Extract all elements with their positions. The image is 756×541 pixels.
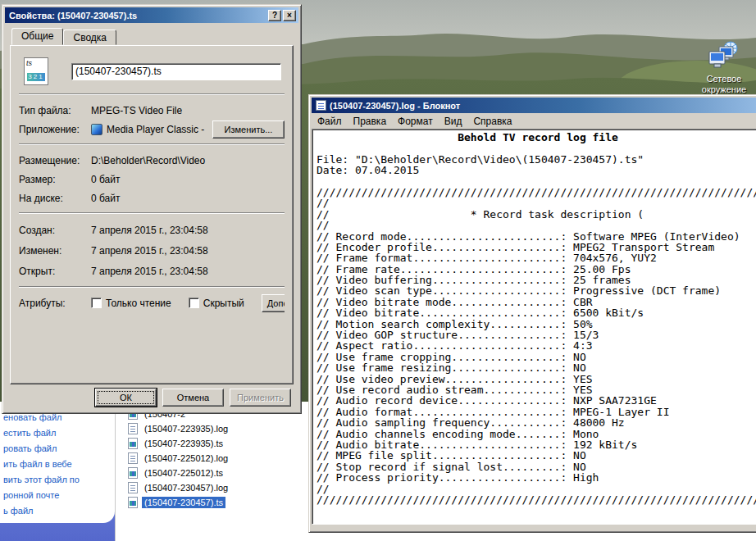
created-row: Создан: 7 апреля 2015 г., 23:04:58: [19, 220, 285, 240]
file-type-row: Тип файла: MPEG-TS Video File: [19, 101, 285, 120]
field-value: 0 байт: [91, 174, 285, 185]
field-label: Создан:: [19, 225, 91, 236]
hidden-option: Скрытый: [189, 298, 244, 309]
log-line: // Stop record if signal lost.........: …: [317, 461, 756, 472]
network-icon-label-line1: Сетевое: [692, 74, 756, 84]
log-line: //: [317, 198, 756, 208]
file-type-icon: [128, 482, 138, 493]
log-line: // Audio record device................: …: [317, 395, 756, 406]
log-line: // Audio bitrate......................: …: [317, 439, 756, 450]
field-label: Приложение:: [19, 124, 91, 135]
pane-separator: [115, 402, 116, 541]
file-list: (150407-2 (150407-223935).log (150407-22…: [128, 407, 230, 510]
log-line: // Motion search complexity...........: …: [317, 319, 756, 330]
menu-item[interactable]: Вид: [439, 114, 468, 129]
field-label: Изменен:: [19, 245, 91, 257]
log-line: // Audio channels encoding mode.......: …: [317, 429, 756, 439]
file-name: (150407-225012).ts: [142, 467, 225, 479]
change-app-button[interactable]: Изменить...: [212, 120, 285, 139]
ts-file-icon: ts 321: [24, 57, 48, 85]
file-list-item[interactable]: (150407-223935).log: [128, 421, 230, 436]
explorer-task-pane: еновать файл естить файл ровать файл ить…: [0, 402, 115, 541]
log-line: [317, 143, 756, 153]
read-only-checkbox[interactable]: [91, 298, 102, 308]
file-type-icon: [128, 423, 138, 434]
separator: [19, 286, 285, 288]
notepad-window: (150407-230457).log - Блокнот Файл Правк…: [308, 94, 756, 533]
dialog-titlebar: Свойства: (150407-230457).ts ? ×: [5, 7, 298, 23]
dialog-buttons: ОК Отмена Применить: [95, 389, 291, 407]
attributes-controls: Только чтение Скрытый Дополнительно...: [91, 294, 285, 312]
file-type-icon: [128, 452, 138, 464]
log-line: // Audio format.......................: …: [317, 407, 756, 417]
opened-row: Открыт: 7 апреля 2015 г., 23:04:58: [19, 261, 285, 281]
separator: [19, 143, 285, 145]
separator: [19, 212, 285, 214]
read-only-option: Только чтение: [91, 298, 171, 309]
log-line: // Use video preview..................: …: [317, 374, 756, 384]
log-line: // Use record audio stream............: …: [317, 384, 756, 395]
field-value: Media Player Classic - Изменить...: [91, 120, 285, 139]
close-button[interactable]: ×: [283, 10, 296, 21]
file-list-item[interactable]: (150407-230457).log: [128, 480, 230, 495]
file-type-icon: [128, 438, 138, 449]
cancel-button[interactable]: Отмена: [162, 389, 224, 407]
task-pane-link[interactable]: ровать файл: [0, 441, 112, 457]
log-line: // Encoder profile....................: …: [317, 242, 756, 252]
ok-button[interactable]: ОК: [95, 389, 157, 407]
file-type-icon: [128, 497, 138, 508]
advanced-button[interactable]: Дополнительно...: [262, 294, 285, 312]
help-button[interactable]: ?: [268, 10, 281, 21]
field-value: 7 апреля 2015 г., 23:04:58: [91, 225, 285, 236]
file-list-item[interactable]: (150407-223935).ts: [128, 436, 230, 451]
field-label: Размещение:: [19, 155, 91, 166]
file-list-item[interactable]: (150407-225012).log: [128, 451, 230, 466]
log-line: // Use frame cropping.................: …: [317, 352, 756, 362]
log-line: // Video bitrate mode.................: …: [317, 297, 756, 307]
log-line: // MPEG file split....................: …: [317, 450, 756, 461]
menu-item[interactable]: Файл: [312, 114, 348, 129]
app-row: Приложение: Media Player Classic - Измен…: [19, 120, 285, 139]
menu-item[interactable]: Формат: [392, 114, 439, 129]
modified-row: Изменен: 7 апреля 2015 г., 23:04:58: [19, 240, 285, 261]
task-pane-link[interactable]: ь файл: [0, 503, 112, 519]
properties-dialog: Свойства: (150407-230457).ts ? × Общие С…: [2, 4, 302, 414]
log-line: // Record mode........................: …: [317, 231, 756, 242]
filename-input[interactable]: [71, 63, 281, 80]
file-list-item[interactable]: (150407-230457).ts: [128, 495, 230, 510]
log-line: // Use frame resizing.................: …: [317, 362, 756, 373]
notepad-text-area[interactable]: Behold TV record log file File: "D:\Beho…: [312, 129, 756, 525]
dialog-title: Свойства: (150407-230457).ts: [9, 11, 266, 20]
field-value: D:\Beholder\Record\Video: [91, 155, 285, 166]
menu-item[interactable]: Справка: [467, 114, 517, 129]
log-line: //: [317, 484, 756, 494]
field-value: 0 байт: [91, 193, 285, 204]
log-line: // Frame format.......................: …: [317, 252, 756, 263]
tab-summary[interactable]: Сводка: [63, 30, 116, 45]
task-pane-link[interactable]: вить этот файл по: [0, 472, 112, 488]
task-pane-link[interactable]: ить файл в вебе: [0, 457, 112, 472]
filename-row: ts 321: [19, 57, 285, 85]
menu-item[interactable]: Правка: [348, 114, 393, 129]
log-line: // * Record task description (: [317, 209, 756, 220]
hidden-checkbox[interactable]: [189, 298, 199, 308]
file-name: (150407-223935).ts: [142, 438, 225, 449]
tab-general[interactable]: Общие: [11, 28, 63, 45]
file-list-item[interactable]: (150407-225012).ts: [128, 466, 230, 480]
task-pane-link[interactable]: ронной почте: [0, 488, 112, 503]
field-value: 7 апреля 2015 г., 23:04:58: [91, 266, 285, 277]
separator: [19, 93, 285, 95]
apply-button[interactable]: Применить: [230, 389, 291, 407]
notepad-title: (150407-230457).log - Блокнот: [330, 101, 756, 111]
field-label: Открыт:: [19, 266, 91, 277]
network-places-icon[interactable]: Сетевое окружение: [692, 41, 756, 95]
field-label: Тип файла:: [19, 105, 91, 116]
field-value: 7 апреля 2015 г., 23:04:58: [91, 245, 285, 257]
field-value: MPEG-TS Video File: [91, 105, 285, 116]
field-label: Атрибуты:: [19, 298, 91, 309]
file-name: (150407-225012).log: [142, 452, 230, 464]
dialog-tabs: Общие Сводка: [11, 28, 298, 45]
task-pane-link[interactable]: естить файл: [0, 425, 112, 441]
log-line: // Video buffering....................: …: [317, 275, 756, 285]
network-computers-icon: [707, 41, 741, 70]
